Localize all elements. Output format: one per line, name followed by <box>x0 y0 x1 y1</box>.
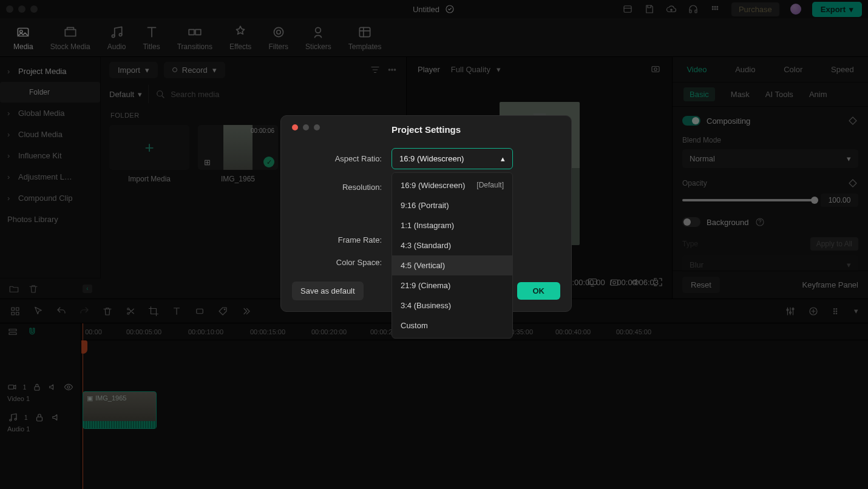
aspect-option[interactable]: 3:4 (Business) <box>392 295 512 315</box>
app-root: Untitled Purchase Export▾ MediaStock Med… <box>0 0 868 489</box>
chevron-up-icon: ▴ <box>501 154 505 163</box>
aspect-option[interactable]: Custom <box>392 315 512 336</box>
default-tag: [Default] <box>476 181 504 190</box>
modal-title: Project Settings <box>292 124 560 135</box>
option-label: Custom <box>401 321 428 330</box>
aspect-option[interactable]: 9:16 (Portrait) <box>392 195 512 215</box>
ok-button[interactable]: OK <box>517 282 561 300</box>
aspect-ratio-select[interactable]: 16:9 (Widescreen) ▴ <box>392 148 513 169</box>
option-label: 3:4 (Business) <box>401 301 451 310</box>
option-label: 1:1 (Instagram) <box>401 221 454 230</box>
aspect-ratio-label: Aspect Ratio: <box>292 154 392 163</box>
aspect-option[interactable]: 1:1 (Instagram) <box>392 215 512 235</box>
option-label: 4:3 (Standard) <box>401 241 451 250</box>
aspect-ratio-value: 16:9 (Widescreen) <box>399 154 464 163</box>
option-label: 4:5 (Vertical) <box>401 261 445 270</box>
aspect-option[interactable]: 4:3 (Standard) <box>392 235 512 255</box>
option-label: 21:9 (Cinema) <box>401 281 450 290</box>
aspect-option[interactable]: 16:9 (Widescreen)[Default] <box>392 175 512 195</box>
option-label: 16:9 (Widescreen) <box>401 181 465 190</box>
project-settings-modal: Project Settings Aspect Ratio: 16:9 (Wid… <box>280 115 572 312</box>
aspect-ratio-dropdown: 16:9 (Widescreen)[Default]9:16 (Portrait… <box>392 172 513 339</box>
colorspace-label: Color Space: <box>292 258 392 267</box>
framerate-label: Frame Rate: <box>292 235 392 244</box>
option-label: 9:16 (Portrait) <box>401 201 449 210</box>
aspect-option[interactable]: 21:9 (Cinema) <box>392 275 512 295</box>
aspect-option[interactable]: 4:5 (Vertical) <box>392 255 512 275</box>
resolution-label: Resolution: <box>292 183 392 192</box>
aspect-ratio-row: Aspect Ratio: 16:9 (Widescreen) ▴ 16:9 (… <box>292 148 560 169</box>
save-as-default-button[interactable]: Save as default <box>292 282 364 300</box>
